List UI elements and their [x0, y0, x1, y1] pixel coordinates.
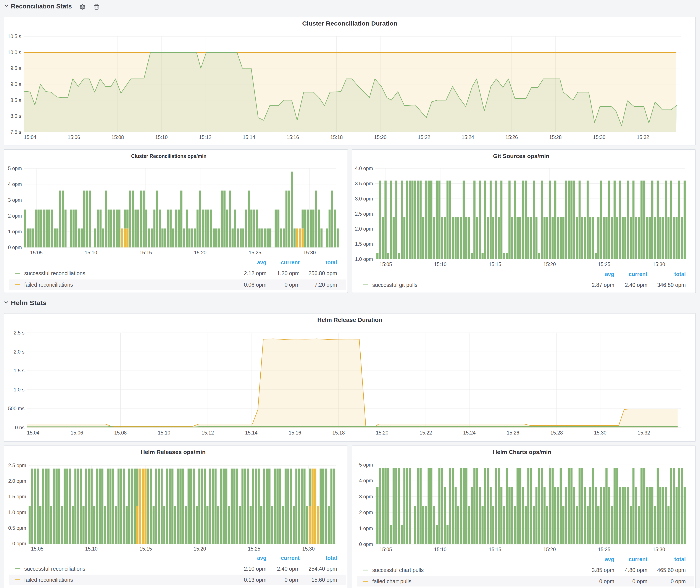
svg-text:346.80 opm: 346.80 opm [657, 282, 686, 288]
svg-text:15:20: 15:20 [376, 430, 389, 436]
svg-text:Git Sources ops/min: Git Sources ops/min [493, 153, 549, 159]
svg-text:15:30: 15:30 [594, 430, 606, 436]
svg-text:15:10: 15:10 [434, 262, 447, 267]
svg-text:failed reconciliations: failed reconciliations [24, 577, 73, 583]
svg-text:0 opm: 0 opm [285, 282, 300, 288]
svg-text:avg: avg [605, 271, 614, 277]
svg-text:15:20: 15:20 [194, 546, 206, 552]
svg-text:0.5 opm: 0.5 opm [8, 525, 26, 531]
svg-text:1.20 opm: 1.20 opm [277, 270, 300, 276]
svg-text:3 opm: 3 opm [8, 197, 22, 203]
svg-text:2.0 opm: 2.0 opm [355, 226, 373, 232]
svg-text:7.20 opm: 7.20 opm [315, 282, 337, 288]
svg-text:2.10 opm: 2.10 opm [244, 566, 266, 572]
svg-text:4.80 opm: 4.80 opm [625, 567, 647, 573]
svg-text:15.60 opm: 15.60 opm [311, 577, 337, 583]
svg-text:15:10: 15:10 [85, 250, 97, 255]
svg-text:total: total [674, 556, 686, 562]
svg-text:15:10: 15:10 [155, 134, 168, 140]
svg-text:15:20: 15:20 [374, 134, 387, 140]
svg-text:2.40 opm: 2.40 opm [625, 282, 647, 288]
svg-text:2.5 s: 2.5 s [14, 330, 24, 336]
svg-text:15:30: 15:30 [593, 134, 606, 140]
svg-text:successful reconciliations: successful reconciliations [24, 566, 85, 572]
svg-text:15:26: 15:26 [505, 134, 518, 140]
svg-text:2.5 opm: 2.5 opm [8, 463, 26, 468]
svg-text:15:20: 15:20 [543, 547, 556, 552]
svg-text:9.5 s: 9.5 s [10, 65, 21, 71]
svg-text:5 opm: 5 opm [359, 462, 373, 468]
svg-text:avg: avg [605, 556, 614, 562]
svg-text:Helm Release Duration: Helm Release Duration [317, 317, 382, 323]
svg-text:1.0 opm: 1.0 opm [8, 510, 26, 515]
svg-text:15:25: 15:25 [598, 547, 610, 552]
svg-text:15:25: 15:25 [598, 262, 610, 267]
svg-text:successful git pulls: successful git pulls [372, 282, 417, 288]
svg-text:current: current [629, 556, 648, 562]
svg-text:15:20: 15:20 [543, 262, 556, 267]
svg-text:15:15: 15:15 [489, 547, 501, 552]
svg-text:10.0 s: 10.0 s [8, 50, 21, 55]
svg-text:Reconciliation Stats: Reconciliation Stats [11, 3, 72, 10]
svg-text:avg: avg [257, 555, 266, 561]
svg-text:15:22: 15:22 [419, 430, 432, 436]
svg-text:15:10: 15:10 [434, 547, 447, 552]
svg-text:4 opm: 4 opm [8, 181, 22, 187]
svg-text:15:12: 15:12 [202, 430, 214, 436]
svg-text:total: total [674, 271, 686, 277]
svg-text:15:18: 15:18 [332, 430, 345, 436]
svg-text:0.06 opm: 0.06 opm [244, 282, 266, 288]
svg-text:Helm Releases ops/min: Helm Releases ops/min [141, 449, 206, 455]
svg-text:15:15: 15:15 [139, 546, 152, 552]
svg-text:256.80 opm: 256.80 opm [308, 270, 337, 276]
svg-text:15:24: 15:24 [463, 430, 476, 436]
svg-text:failed reconciliations: failed reconciliations [24, 282, 73, 288]
svg-text:0 opm: 0 opm [12, 541, 26, 546]
svg-text:15:24: 15:24 [462, 134, 474, 140]
svg-text:2.0 s: 2.0 s [14, 349, 24, 355]
svg-text:15:28: 15:28 [549, 134, 562, 140]
svg-text:254.40 opm: 254.40 opm [308, 566, 337, 572]
svg-text:2 opm: 2 opm [8, 213, 22, 219]
svg-text:Helm Charts ops/min: Helm Charts ops/min [493, 449, 551, 455]
svg-text:0 opm: 0 opm [599, 578, 614, 584]
svg-text:15:14: 15:14 [245, 430, 258, 436]
svg-text:1.5 opm: 1.5 opm [8, 494, 26, 499]
svg-text:3.85 opm: 3.85 opm [592, 567, 614, 573]
svg-text:avg: avg [257, 259, 266, 265]
svg-text:current: current [281, 259, 300, 265]
svg-text:15:16: 15:16 [289, 430, 301, 436]
svg-text:15:10: 15:10 [85, 546, 98, 552]
svg-text:total: total [326, 259, 337, 265]
svg-text:Helm Stats: Helm Stats [11, 299, 47, 306]
svg-text:Cluster Reconciliation Duratio: Cluster Reconciliation Duration [302, 20, 397, 27]
svg-text:Cluster Reconciliations ops/mi: Cluster Reconciliations ops/min [131, 153, 206, 159]
svg-text:15:05: 15:05 [379, 262, 392, 267]
svg-text:0 opm: 0 opm [359, 541, 373, 547]
svg-text:15:18: 15:18 [330, 134, 343, 140]
svg-text:successful chart pulls: successful chart pulls [372, 567, 424, 573]
svg-text:current: current [281, 555, 300, 561]
svg-text:15:08: 15:08 [111, 134, 124, 140]
svg-text:7.5 s: 7.5 s [10, 129, 21, 135]
svg-text:1.5 opm: 1.5 opm [355, 241, 373, 247]
svg-text:15:10: 15:10 [158, 430, 170, 436]
svg-text:15:30: 15:30 [653, 547, 665, 552]
svg-text:15:05: 15:05 [30, 250, 43, 255]
svg-text:15:30: 15:30 [653, 262, 665, 267]
svg-text:15:14: 15:14 [243, 134, 255, 140]
svg-text:15:06: 15:06 [71, 430, 83, 436]
svg-text:1.5 s: 1.5 s [14, 368, 24, 373]
svg-text:15:08: 15:08 [114, 430, 127, 436]
svg-text:5 opm: 5 opm [8, 166, 22, 171]
svg-text:15:15: 15:15 [489, 262, 501, 267]
svg-text:9.0 s: 9.0 s [10, 81, 21, 87]
svg-text:8.0 s: 8.0 s [10, 113, 21, 119]
svg-text:successful reconciliations: successful reconciliations [24, 270, 85, 276]
svg-text:15:22: 15:22 [418, 134, 431, 140]
svg-text:15:30: 15:30 [302, 546, 315, 552]
svg-text:1.0 s: 1.0 s [14, 387, 24, 393]
svg-text:15:06: 15:06 [68, 134, 80, 140]
svg-text:15:20: 15:20 [194, 250, 206, 255]
svg-text:465.60 opm: 465.60 opm [657, 567, 686, 573]
